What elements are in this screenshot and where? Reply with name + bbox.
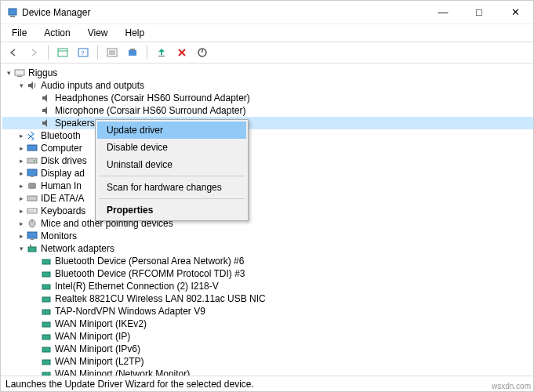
expander-icon[interactable]: ▸ — [16, 157, 26, 165]
titlebar: Device Manager ― □ ✕ — [1, 1, 533, 24]
tree-item[interactable]: Microphone (Corsair HS60 Surround Adapte… — [2, 104, 533, 117]
tree-label: Bluetooth Device (RFCOMM Protocol TDI) #… — [55, 268, 245, 279]
speaker-icon — [40, 93, 53, 103]
svg-rect-0 — [9, 9, 16, 15]
tree-label: Keyboards — [41, 205, 85, 216]
tree-item[interactable]: Bluetooth Device (Personal Area Network)… — [2, 255, 533, 267]
context-properties[interactable]: Properties — [97, 201, 246, 219]
minimize-button[interactable]: ― — [425, 1, 461, 24]
svg-rect-39 — [42, 310, 50, 314]
svg-rect-18 — [27, 158, 37, 163]
expander-icon[interactable]: ▸ — [16, 182, 26, 190]
toolbar: ? — [1, 42, 533, 64]
audio-icon — [26, 80, 38, 91]
show-hidden-button[interactable] — [55, 45, 71, 60]
tree-item[interactable]: Bluetooth Device (RFCOMM Protocol TDI) #… — [2, 267, 533, 280]
expander-icon[interactable]: ▸ — [16, 169, 26, 177]
svg-point-28 — [34, 211, 35, 212]
svg-rect-20 — [27, 169, 37, 176]
context-update-driver[interactable]: Update driver — [97, 122, 246, 139]
expander-icon[interactable]: ▸ — [16, 220, 26, 227]
content-area: ▾ Riggus ▾ Audio inputs and outputs Head… — [1, 64, 533, 376]
tree-label: Riggus — [28, 67, 57, 78]
adapter-icon — [40, 343, 53, 354]
tree-category-bluetooth[interactable]: ▸ Bluetooth — [2, 129, 533, 142]
tree-category-disk[interactable]: ▸ Disk drives — [2, 154, 533, 167]
adapter-icon — [40, 318, 53, 329]
menu-view[interactable]: View — [80, 26, 116, 40]
device-tree[interactable]: ▾ Riggus ▾ Audio inputs and outputs Head… — [1, 64, 533, 376]
svg-point-19 — [34, 160, 35, 162]
tree-category-keyboards[interactable]: ▸ Keyboards — [2, 205, 533, 217]
tree-category-computer[interactable]: ▸ Computer — [2, 142, 533, 154]
maximize-button[interactable]: □ — [461, 1, 497, 24]
tree-item[interactable]: WAN Miniport (L2TP) — [2, 355, 533, 368]
svg-rect-34 — [30, 245, 31, 247]
expander-icon[interactable]: ▸ — [16, 207, 26, 215]
tree-item[interactable]: Realtek 8821CU Wireless LAN 802.11ac USB… — [2, 292, 533, 305]
expander-icon[interactable]: ▸ — [16, 194, 26, 202]
svg-rect-15 — [15, 70, 24, 75]
adapter-icon — [40, 368, 53, 376]
svg-rect-2 — [58, 49, 67, 56]
svg-rect-1 — [10, 16, 15, 17]
tree-item[interactable]: WAN Miniport (IPv6) — [2, 343, 533, 355]
tree-item[interactable]: Intel(R) Ethernet Connection (2) I218-V — [2, 280, 533, 292]
tree-item-selected[interactable]: Speakers (Realtek High Definition Audio) — [2, 117, 533, 129]
expander-icon[interactable]: ▾ — [16, 82, 26, 89]
back-button[interactable] — [5, 45, 21, 60]
tree-item[interactable]: WAN Miniport (IP) — [2, 330, 533, 343]
tree-item[interactable]: WAN Miniport (IKEv2) — [2, 318, 533, 330]
tree-root[interactable]: ▾ Riggus — [2, 67, 533, 79]
tree-label: Audio inputs and outputs — [41, 80, 144, 91]
tree-category-audio[interactable]: ▾ Audio inputs and outputs — [2, 79, 533, 92]
tree-label: WAN Miniport (IP) — [55, 331, 130, 342]
menubar: File Action View Help — [1, 24, 533, 42]
menu-help[interactable]: Help — [118, 26, 153, 40]
svg-rect-37 — [42, 285, 50, 289]
disable-toolbar-button[interactable] — [194, 45, 210, 60]
tree-category-mice[interactable]: ▸ Mice and other pointing devices — [2, 217, 533, 230]
speaker-icon — [40, 105, 53, 116]
help-toolbar-button[interactable]: ? — [75, 45, 91, 60]
disk-icon — [26, 155, 38, 166]
tree-category-ide[interactable]: ▸ IDE ATA/A — [2, 192, 533, 205]
expander-icon[interactable]: ▸ — [16, 232, 26, 240]
tree-item[interactable]: Headphones (Corsair HS60 Surround Adapte… — [2, 92, 533, 104]
context-menu: Update driver Disable device Uninstall d… — [95, 119, 249, 221]
svg-rect-40 — [42, 322, 50, 327]
svg-point-27 — [32, 211, 33, 212]
menu-file[interactable]: File — [4, 26, 35, 40]
tree-category-monitors[interactable]: ▸ Monitors — [2, 230, 533, 242]
context-disable-device[interactable]: Disable device — [97, 139, 246, 156]
update-driver-toolbar-button[interactable] — [154, 45, 169, 60]
tree-label: IDE ATA/A — [41, 193, 85, 204]
svg-rect-10 — [129, 50, 136, 56]
pc-icon — [26, 143, 38, 154]
tree-label: Display ad — [41, 168, 85, 179]
context-scan-hardware[interactable]: Scan for hardware changes — [97, 179, 246, 196]
tree-category-network[interactable]: ▾ Network adapters — [2, 242, 533, 255]
tree-label: Bluetooth — [41, 130, 81, 141]
svg-text:?: ? — [81, 49, 85, 56]
expander-icon[interactable]: ▸ — [16, 132, 26, 140]
context-uninstall-device[interactable]: Uninstall device — [97, 156, 246, 173]
tree-category-display[interactable]: ▸ Display ad — [2, 167, 533, 180]
close-button[interactable]: ✕ — [497, 1, 533, 24]
tree-item[interactable]: WAN Miniport (Network Monitor) — [2, 368, 533, 376]
tree-item[interactable]: TAP-NordVPN Windows Adapter V9 — [2, 305, 533, 318]
svg-rect-44 — [42, 372, 50, 376]
tree-label: TAP-NordVPN Windows Adapter V9 — [55, 306, 205, 317]
expander-icon[interactable]: ▾ — [4, 69, 13, 77]
expander-icon[interactable]: ▸ — [16, 144, 26, 152]
properties-toolbar-button[interactable] — [104, 45, 120, 60]
svg-rect-21 — [31, 176, 34, 177]
context-separator — [99, 198, 245, 199]
menu-action[interactable]: Action — [36, 26, 78, 40]
uninstall-toolbar-button[interactable] — [174, 45, 190, 60]
scan-hardware-button[interactable] — [125, 45, 140, 60]
tree-category-hid[interactable]: ▸ Human In — [2, 180, 533, 192]
expander-icon[interactable]: ▾ — [16, 245, 26, 252]
forward-button[interactable] — [26, 45, 42, 60]
svg-rect-41 — [42, 335, 50, 339]
